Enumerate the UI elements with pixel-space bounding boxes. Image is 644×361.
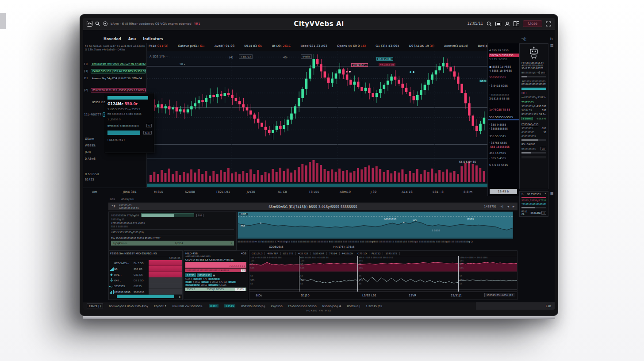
collapse-icon[interactable]: ^ [544,193,546,196]
green-summary-row[interactable]: 5555 55555|5 B555555555 [185,288,246,291]
popup-value-box[interactable]: 77 [146,124,152,127]
app-logo-icon[interactable] [87,21,92,27]
topbar-search-text[interactable]: bArm - 6 AI 99ser coedewec C9 VGA exprm … [111,22,192,26]
teal-chip-2[interactable]: 575555 55 [197,273,212,277]
table-row[interactable]: G7D-5vD5mDb 5 5D [109,260,182,266]
ticker-item[interactable]: Bt D9- 261C [272,44,291,50]
chart-header-chip[interactable]: 77514 [327,252,340,255]
price-scale[interactable]: 15:45 b 4 355.19 525555C5N 5L5555 F555 5… [487,43,520,196]
status-item[interactable]: F5v5'b555555 55555 [288,304,317,307]
popup-value-box-2[interactable]: 4157 [143,131,152,134]
ticker-item[interactable]: Gateve pv61: 61- [178,44,205,50]
tab-hovedad[interactable]: Hovedad [104,37,121,41]
table-row[interactable]: G5355 D5 [109,266,182,272]
mini-chart-panel-2[interactable]: G55 55555 555 —5·5555 55155555555555555 [299,256,358,292]
layout-grid-icon[interactable] [514,21,519,26]
user-icon[interactable] [505,21,510,27]
watchlist-row[interactable]: (2)P55Y5258 2151 215: 65155 (535 5 15V05… [84,87,146,93]
table-row-cell[interactable] [149,283,182,289]
ticker-item[interactable]: Aved() 91.93 [215,44,234,50]
table-row[interactable]: D91. ,G51 D5 [109,272,182,277]
alert-box-filled[interactable]: 44.0252 3B [379,63,395,66]
status-item[interactable]: N55G5g55g ⊕ [322,304,341,307]
popup-highlight-bar[interactable] [107,96,148,100]
chart-header-chip[interactable]: 4/5b TEP [265,252,280,255]
table-row-cell[interactable] [149,277,182,283]
ticker-item[interactable]: G1 (3)4 43-094 [376,44,399,50]
watchlist-row[interactable]: (3)E4565 555 155 | 555 96 555 B55 55 355… [84,68,146,74]
refresh-small-icon[interactable]: ↻ [521,193,524,196]
table-row[interactable]: G45 ,D5 1 5D [109,277,182,283]
mini-chart-panel-1[interactable]: 155 b—55 5555 5·5—5555 55515555555555555… [249,256,299,292]
watchlist-row-value[interactable]: E4565 555 155 | 555 96 555 B55 55 355 5B [91,69,146,73]
chart-header-chip[interactable]: 4G5 /G3 [296,252,311,255]
table-row-cell[interactable] [149,266,182,272]
status-item[interactable]: E5p55t ↑ [154,304,166,307]
screenshot-icon[interactable] [495,21,501,26]
camera-icon[interactable] [103,21,108,26]
expand-small-icon[interactable]: -»| [499,205,503,208]
mid-progress-slider[interactable] [141,213,194,217]
chart-header-chip[interactable]: G51 3Y3 [281,252,296,255]
scroll-track[interactable] [521,156,546,158]
chart-header-chip[interactable]: 5|55 G07 [311,252,327,255]
chart-toolbar-chip-2[interactable]: V45ll5 [301,54,312,59]
chart-header-chip[interactable]: G11L5L3 [249,252,265,255]
rp-kv3-box[interactable]: G5 [540,147,546,150]
nav-forward-icon[interactable]: ► [513,205,515,208]
search-icon[interactable] [487,21,492,27]
chart-tool-label[interactable]: 58 ▾ [180,62,185,65]
ticker-item[interactable]: D9 [A1DK 19 3() [409,44,434,50]
rp-kv-box[interactable]: 155 [539,71,546,74]
pin-icon[interactable]: ¬|¦ [521,37,526,42]
refresh-icon[interactable]: ↻ [550,37,553,42]
ticker-item[interactable]: Opens 44 69 0 16) [337,44,366,50]
chart-toolbar-chip-1[interactable]: 7 B5723 [239,54,253,59]
mid-row1-box[interactable]: 555 [196,214,203,217]
status-item[interactable]: D31E [209,304,218,307]
chart-header-chip[interactable]: G75 1D [355,252,369,255]
rp-green-word[interactable]: T55T5555 [521,101,546,104]
table-footer-bar[interactable] [117,295,174,298]
ticker-item[interactable]: 5914 83 6U [244,44,262,50]
watchlist-row[interactable]: F0BYSSLEYBH 7H8-0H05 D81 L2H HL 5H1B B2 [84,61,146,67]
teal-chip-1[interactable]: 5 5755 [185,273,196,277]
tab-anu[interactable]: Anu [128,37,136,41]
watchlist-row-value[interactable]: BYSSLEYBH 7H8-0H05 D81 L2H HL 5H1B B2 [91,62,146,66]
status-right-label[interactable]: E1b [546,304,551,308]
sub-panel-link[interactable]: T55555555555555555 [521,203,546,205]
table-row-cell[interactable] [149,289,182,295]
mid-row3[interactable]: F5y 55/55X555555555 55555 E5555 (7/7??? [111,237,234,239]
popup-progress-bar[interactable] [107,131,140,135]
chart-header-chip[interactable]: PL5722 [369,252,383,255]
mini-chart-panel-3[interactable]: 155 5 · 555 5 5555 555 5555 5 5515555555… [358,256,459,292]
table-row[interactable]: X55555 55555555555 [109,289,182,295]
table-row-cell[interactable] [149,272,182,277]
alert-box-outline[interactable]: 1Y22223A \-- [351,63,368,67]
status-item[interactable]: 23519 [224,304,235,307]
overview-area-chart[interactable] [238,211,513,239]
mid-green-row[interactable]: 7g5J45mm1/2/5AP [111,241,234,246]
mini-chart-panel-4[interactable]: 155b 5—5555 — 5555 5555155555555555555 [459,256,517,292]
rp-link[interactable]: B5LL5G/G55 [521,143,546,146]
table-row[interactable]: 3555555G5155 [109,283,182,289]
buy-tag-chip[interactable]: B5ed 27d3 [376,57,393,61]
strip-panel-icon[interactable]: ▥ [550,43,554,47]
status-item[interactable]: 1 22515 (55 [366,304,382,307]
ticker-item[interactable]: Beed 921 23 A93 [300,44,327,50]
close-button[interactable]: Close [523,20,542,27]
ticker-item[interactable]: Axrevm3 A414) [444,44,468,50]
strip-grid-icon[interactable]: ▦ [550,191,554,195]
main-chart-panel[interactable] [147,51,487,188]
watchlist-row-value[interactable]: Avwem.2kg 54g D54 /8 8.02 50. STBw54 . [91,77,146,80]
pink-strip[interactable]: 5555555555 555555555555555 5 B5555555 [185,269,246,272]
nav-back-icon[interactable]: ◄ [507,205,509,208]
mid-header-icon[interactable]: ^F [111,205,115,208]
status-item[interactable]: L5g5555 [271,304,282,307]
status-item[interactable]: G5mm5y551 B5v5 55t5 A55y [109,304,148,307]
ticker-item[interactable]: Pb1d 011(O) [149,44,168,50]
watchlist-row-value[interactable]: P55Y5258 2151 215: 65155 (535 5 15V05 9 [91,88,146,92]
status-item[interactable]: D5t55v5 | [347,304,360,307]
popup-link[interactable]: Bv55555) 5 B5555555B 5 [107,124,139,127]
status-left-chip[interactable]: E1b71 | ) [87,303,103,308]
